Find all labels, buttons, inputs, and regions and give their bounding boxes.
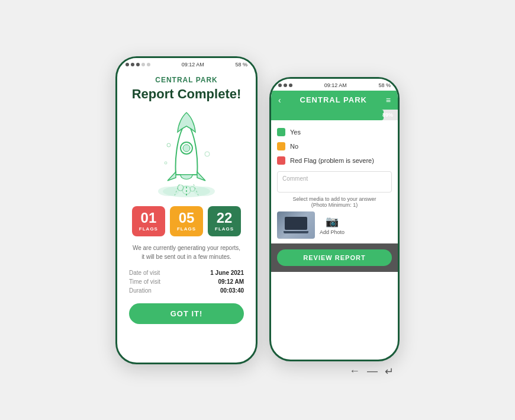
menu-icon[interactable]: ≡ (386, 95, 391, 105)
media-row: 📷 Add Photo (277, 211, 392, 239)
green-flag-count: 22 (215, 211, 234, 225)
right-signal-dots (278, 84, 292, 87)
flags-row: 01 FLAGS 05 FLAGS 22 FLAGS (132, 206, 241, 236)
orange-flag-box: 05 FLAGS (170, 206, 203, 236)
laptop-shape (284, 217, 308, 233)
scene: 09:12 AM 58 % CENTRAL PARK Report Comple… (115, 56, 400, 364)
media-section: Select media to add to your answer(Photo… (277, 196, 392, 239)
laptop-base (284, 231, 308, 233)
option-no[interactable]: No (277, 139, 392, 153)
svg-point-13 (165, 162, 167, 164)
red-flag-count: 01 (139, 211, 158, 225)
comment-input[interactable]: Comment (277, 171, 392, 193)
media-label: Select media to add to your answer(Photo… (277, 196, 392, 208)
media-thumbnail[interactable] (277, 211, 315, 239)
thumb-inner (277, 211, 315, 239)
option-red-flag-dot (277, 156, 285, 165)
green-flag-box: 22 FLAGS (208, 206, 241, 236)
nav-home[interactable]: — (367, 365, 378, 378)
rocket-svg (151, 110, 222, 198)
right-phone-wrapper: 09:12 AM 58 % ‹ CENTRAL PARK ≡ 89% Yes (269, 59, 400, 361)
left-content: CENTRAL PARK Report Complete! (117, 70, 256, 334)
option-red-flag[interactable]: Red Flag (problem is severe) (277, 153, 392, 168)
visit-row-time: Time of visit 09:12 AM (129, 277, 244, 286)
option-red-flag-label: Red Flag (problem is severe) (290, 157, 374, 164)
progress-label: 89% (382, 112, 393, 118)
visit-info: Date of visit 1 June 2021 Time of visit … (129, 268, 244, 295)
right-battery: 58 % (378, 82, 391, 88)
orange-flag-count: 05 (177, 211, 196, 225)
option-no-label: No (290, 143, 298, 150)
nav-recent[interactable]: ↵ (385, 365, 394, 378)
option-yes-label: Yes (290, 129, 301, 136)
right-phone: 09:12 AM 58 % ‹ CENTRAL PARK ≡ 89% Yes (269, 77, 400, 361)
form-area: Yes No Red Flag (problem is severe) Comm… (271, 120, 398, 243)
rocket-illustration (145, 107, 228, 201)
add-photo-label: Add Photo (320, 229, 345, 235)
green-flag-label: FLAGS (215, 226, 234, 232)
left-battery: 58 % (235, 62, 247, 68)
right-status-bar: 09:12 AM 58 % (271, 79, 398, 91)
right-time: 09:12 AM (324, 82, 347, 88)
left-time: 09:12 AM (182, 62, 204, 68)
left-park-name: CENTRAL PARK (155, 76, 218, 84)
top-bar: ‹ CENTRAL PARK ≡ (271, 91, 398, 110)
progress-bar-container: 89% (271, 110, 398, 120)
got-it-button[interactable]: GOT IT! (129, 303, 244, 324)
report-title: Report Complete! (132, 86, 242, 102)
orange-flag-label: FLAGS (177, 226, 196, 232)
right-park-name: CENTRAL PARK (300, 95, 367, 104)
back-icon[interactable]: ‹ (278, 95, 281, 105)
visit-row-date: Date of visit 1 June 2021 (129, 268, 244, 277)
progress-bar-fill (271, 110, 384, 120)
left-status-bar: 09:12 AM 58 % (117, 58, 256, 70)
svg-point-12 (205, 152, 210, 156)
bottom-nav: ← — ↵ (349, 365, 394, 378)
visit-row-duration: Duration 00:03:40 (129, 286, 244, 295)
laptop-screen (285, 217, 307, 230)
generating-text: We are currently generating your reports… (133, 243, 240, 261)
red-flag-box: 01 FLAGS (132, 206, 165, 236)
add-photo-button[interactable]: 📷 Add Photo (320, 215, 345, 235)
nav-back[interactable]: ← (349, 365, 360, 378)
left-phone: 09:12 AM 58 % CENTRAL PARK Report Comple… (115, 56, 258, 364)
review-btn-container: REVIEW REPORT (271, 243, 398, 272)
option-yes-dot (277, 128, 285, 136)
option-yes[interactable]: Yes (277, 125, 392, 139)
svg-point-10 (183, 145, 190, 152)
option-no-dot (277, 142, 285, 150)
review-report-button[interactable]: REVIEW REPORT (277, 249, 392, 266)
svg-point-11 (167, 143, 170, 147)
comment-placeholder: Comment (282, 175, 308, 182)
red-flag-label: FLAGS (139, 226, 158, 232)
signal-dots (125, 63, 150, 66)
camera-icon: 📷 (326, 215, 339, 228)
